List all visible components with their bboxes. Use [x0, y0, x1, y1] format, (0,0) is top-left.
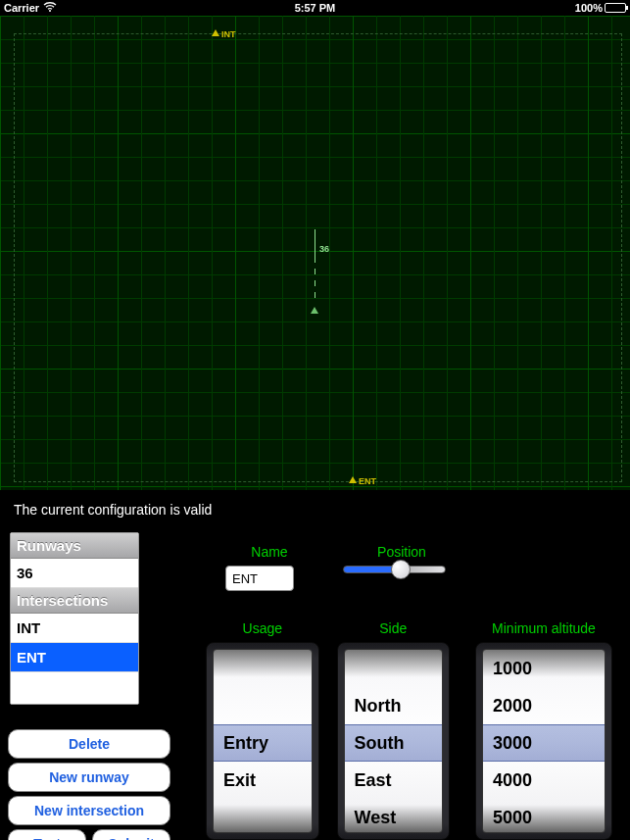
position-label: Position — [343, 544, 460, 560]
action-buttons: Delete New runway New intersection Test … — [8, 729, 170, 840]
status-bar: Carrier 5:57 PM 100% — [0, 0, 630, 16]
clock: 5:57 PM — [295, 2, 336, 14]
radar-boundary — [14, 33, 622, 482]
list-item[interactable]: INT — [11, 614, 138, 643]
new-runway-button[interactable]: New runway — [8, 763, 170, 792]
picker-option[interactable]: East — [345, 762, 443, 799]
new-intersection-button[interactable]: New intersection — [8, 796, 170, 825]
battery-pct: 100% — [575, 2, 603, 14]
slider-thumb[interactable] — [391, 560, 411, 579]
marker-bottom-label: ENT — [359, 476, 376, 486]
marker-bottom-icon — [349, 476, 357, 483]
centerline-dash — [315, 292, 315, 298]
carrier-label: Carrier — [4, 2, 39, 14]
runway-number: 36 — [319, 244, 329, 254]
picker-option[interactable]: Entry — [214, 724, 312, 762]
picker-option[interactable]: Exit — [214, 762, 312, 799]
picker-option[interactable]: 5000 — [483, 799, 605, 833]
test-button[interactable]: Test — [8, 829, 86, 840]
name-label: Name — [225, 544, 314, 560]
minalt-picker[interactable]: 1000 2000 3000 4000 5000 — [475, 642, 612, 840]
battery-icon — [605, 3, 626, 13]
name-input[interactable] — [225, 566, 294, 591]
centerline-dash — [315, 269, 315, 274]
side-picker[interactable]: North South East West — [337, 642, 451, 840]
radar-map[interactable]: INT 36 ENT — [0, 16, 630, 490]
picker-option[interactable]: South — [345, 724, 443, 762]
submit-button[interactable]: Submit — [92, 829, 170, 840]
config-list: Runways 36 Intersections INT ENT — [10, 532, 139, 705]
list-blank — [11, 672, 138, 704]
picker-option[interactable]: 2000 — [483, 687, 605, 724]
picker-option[interactable]: 4000 — [483, 762, 605, 799]
validation-status: The current configuration is valid — [14, 502, 212, 518]
svg-point-0 — [49, 10, 51, 12]
usage-label: Usage — [243, 620, 282, 636]
picker-option[interactable]: 1000 — [483, 650, 605, 687]
list-item[interactable]: 36 — [11, 559, 138, 588]
runway-line — [315, 229, 315, 263]
usage-picker[interactable]: Entry Exit — [206, 642, 319, 840]
marker-top-icon — [212, 29, 219, 36]
side-label: Side — [379, 620, 407, 636]
section-header-intersections: Intersections — [11, 588, 138, 614]
centerline-dash — [315, 280, 315, 286]
picker-option[interactable]: 3000 — [483, 724, 605, 762]
position-slider[interactable] — [343, 566, 446, 573]
section-header-runways: Runways — [11, 533, 138, 559]
picker-option[interactable]: North — [345, 687, 443, 724]
delete-button[interactable]: Delete — [8, 729, 170, 759]
wifi-icon — [43, 2, 57, 14]
marker-top-label: INT — [221, 29, 236, 39]
minalt-label: Minimum altitude — [492, 620, 596, 636]
approach-marker-icon — [311, 307, 318, 314]
picker-option[interactable]: West — [345, 799, 443, 833]
list-item[interactable]: ENT — [11, 643, 138, 672]
